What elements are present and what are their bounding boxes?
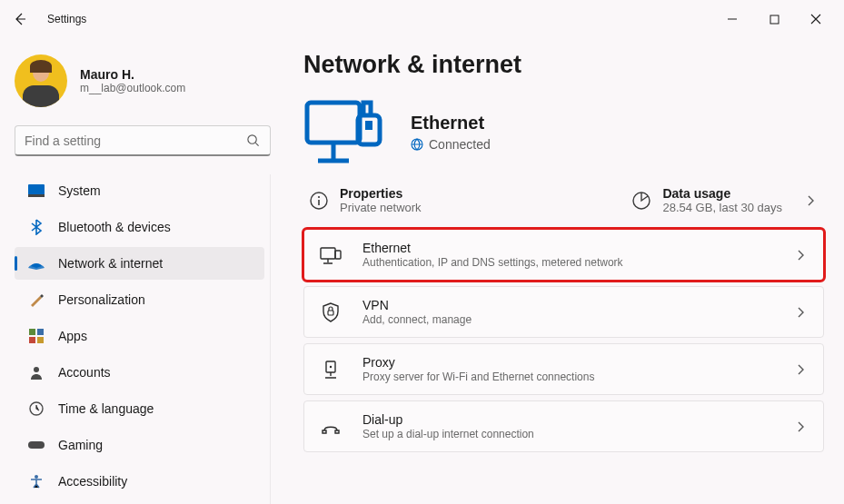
svg-rect-21	[328, 311, 333, 315]
pie-icon	[631, 191, 651, 211]
sidebar-item-accessibility[interactable]: Accessibility	[15, 465, 264, 498]
titlebar: Settings	[0, 0, 844, 38]
globe-icon	[411, 138, 423, 151]
sidebar: Mauro H. m__lab@outlook.com System Bluet…	[0, 38, 282, 504]
chevron-right-icon	[796, 420, 805, 433]
search-input[interactable]	[15, 125, 271, 156]
hero-status-label: Connected	[429, 137, 491, 152]
card-chevron	[789, 420, 812, 433]
sidebar-item-label: Apps	[58, 329, 87, 343]
svg-rect-0	[770, 15, 779, 24]
chevron-right-icon	[796, 363, 805, 376]
search-container	[15, 125, 271, 156]
time-icon	[27, 400, 45, 418]
card-ethernet[interactable]: Ethernet Authentication, IP and DNS sett…	[303, 229, 824, 281]
info-icon	[309, 191, 329, 211]
card-chevron	[789, 363, 812, 376]
sidebar-item-apps[interactable]: Apps	[15, 320, 264, 352]
sidebar-item-label: Personalization	[58, 292, 145, 307]
sidebar-item-time[interactable]: Time & language	[15, 392, 264, 425]
hero-title: Ethernet	[411, 113, 491, 133]
accounts-icon	[27, 363, 45, 381]
card-title: Dial-up	[362, 412, 789, 427]
card-title: Ethernet	[362, 241, 789, 255]
svg-point-11	[35, 475, 38, 479]
proxy-icon	[319, 358, 343, 381]
bluetooth-icon	[27, 218, 45, 236]
maximize-icon	[770, 15, 779, 25]
svg-point-17	[318, 195, 320, 197]
apps-icon	[27, 327, 45, 345]
nav: System Bluetooth & devices Network & int…	[15, 174, 271, 504]
summary-properties[interactable]: Properties Private network	[309, 186, 615, 214]
gaming-icon	[27, 436, 45, 454]
card-chevron	[789, 306, 812, 319]
sidebar-item-accounts[interactable]: Accounts	[15, 356, 264, 389]
svg-point-23	[330, 365, 332, 367]
sidebar-item-system[interactable]: System	[15, 174, 264, 207]
window-title: Settings	[47, 13, 86, 25]
ethernet-icon	[319, 243, 343, 267]
arrow-left-icon	[13, 12, 27, 26]
card-vpn[interactable]: VPN Add, connect, manage	[303, 286, 824, 338]
sidebar-item-label: Accounts	[58, 365, 111, 380]
svg-rect-4	[29, 329, 35, 335]
summary-data-usage[interactable]: Data usage 28.54 GB, last 30 days	[631, 186, 782, 214]
main-content: Network & internet Ethernet Connected	[282, 38, 844, 504]
minimize-button[interactable]	[711, 5, 753, 34]
dialup-icon	[319, 415, 343, 439]
user-email: m__lab@outlook.com	[80, 82, 185, 94]
summary-title: Data usage	[662, 186, 782, 201]
accessibility-icon	[27, 472, 45, 490]
card-sub: Set up a dial-up internet connection	[362, 428, 789, 440]
network-icon	[27, 254, 45, 272]
sidebar-item-label: Bluetooth & devices	[58, 220, 171, 234]
sidebar-item-label: Network & internet	[58, 256, 163, 271]
sidebar-item-label: Gaming	[58, 438, 103, 452]
sidebar-item-bluetooth[interactable]: Bluetooth & devices	[15, 211, 264, 243]
user-profile[interactable]: Mauro H. m__lab@outlook.com	[15, 54, 271, 107]
card-title: Proxy	[362, 355, 789, 370]
svg-rect-7	[37, 337, 44, 343]
summary-sub: Private network	[340, 201, 422, 214]
minimize-icon	[727, 14, 738, 25]
chevron-right-icon	[806, 194, 815, 207]
sidebar-item-label: System	[58, 183, 101, 198]
chevron-right-icon	[796, 249, 805, 262]
sidebar-item-gaming[interactable]: Gaming	[15, 429, 264, 461]
svg-point-8	[34, 367, 39, 372]
svg-rect-19	[321, 248, 335, 259]
back-button[interactable]	[7, 6, 33, 32]
network-hero: Ethernet Connected	[303, 94, 824, 170]
card-dialup[interactable]: Dial-up Set up a dial-up internet connec…	[303, 400, 824, 452]
svg-rect-2	[28, 184, 45, 195]
system-icon	[27, 182, 45, 200]
card-sub: Add, connect, manage	[362, 313, 789, 326]
card-sub: Authentication, IP and DNS settings, met…	[362, 256, 789, 269]
sidebar-item-label: Accessibility	[58, 474, 127, 489]
card-title: VPN	[362, 298, 789, 312]
ethernet-large-icon	[303, 94, 385, 170]
maximize-button[interactable]	[753, 5, 795, 34]
svg-rect-12	[307, 103, 360, 143]
summary-sub: 28.54 GB, last 30 days	[662, 201, 782, 214]
svg-rect-3	[28, 194, 45, 197]
avatar	[15, 54, 67, 107]
svg-rect-20	[335, 251, 341, 259]
card-sub: Proxy server for Wi-Fi and Ethernet conn…	[362, 371, 789, 383]
sidebar-item-network[interactable]: Network & internet	[15, 247, 264, 280]
summary-title: Properties	[340, 186, 422, 201]
close-button[interactable]	[795, 5, 837, 34]
svg-rect-14	[365, 121, 372, 130]
close-icon	[810, 14, 821, 25]
hero-status: Connected	[411, 137, 491, 152]
sidebar-item-personalization[interactable]: Personalization	[15, 283, 264, 316]
card-chevron	[789, 249, 812, 262]
personalization-icon	[27, 291, 45, 309]
svg-rect-5	[37, 329, 44, 335]
summary-chevron	[799, 194, 822, 207]
card-proxy[interactable]: Proxy Proxy server for Wi-Fi and Etherne…	[303, 343, 824, 395]
user-name: Mauro H.	[80, 67, 185, 82]
summary-row: Properties Private network Data usage 28…	[303, 181, 824, 229]
svg-rect-10	[28, 441, 45, 449]
